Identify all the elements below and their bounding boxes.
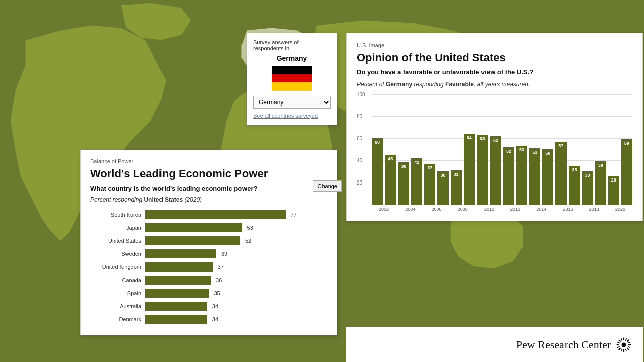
us-image-section-label: U.S. Image xyxy=(357,42,632,48)
chart-bar: 42 xyxy=(411,158,422,205)
change-button[interactable]: Change xyxy=(313,180,342,192)
table-row: Australia34 xyxy=(90,301,328,312)
bar-value: 53 xyxy=(247,225,253,231)
chart-bar: 60 xyxy=(372,138,383,205)
chart-bar: 35 xyxy=(569,166,580,205)
chart-bar: 50 xyxy=(542,149,553,205)
chart-bar: 52 xyxy=(503,147,514,205)
pew-footer: Pew Research Center xyxy=(346,327,643,362)
bar-value: 34 xyxy=(212,303,218,309)
svg-line-15 xyxy=(625,338,626,340)
balance-subtitle-country: United States xyxy=(144,196,183,203)
country-label: United States xyxy=(90,238,145,244)
subtitle-pre: Percent of xyxy=(357,81,386,88)
bar-track: 34 xyxy=(145,302,328,311)
chart-bar: 51 xyxy=(529,148,540,205)
table-row: Sweden39 xyxy=(90,248,328,259)
balance-section-label: Balance of Power xyxy=(90,158,328,164)
svg-line-11 xyxy=(621,338,622,340)
table-row: United States52 xyxy=(90,235,328,246)
subtitle-country: Germany xyxy=(386,81,412,88)
bar-fill: 52 xyxy=(145,236,240,245)
pew-logo-text: Pew Research Center xyxy=(516,338,611,351)
svg-point-19 xyxy=(622,342,626,347)
bar-fill: 36 xyxy=(145,276,211,285)
country-label: Japan xyxy=(90,225,145,231)
bar-fill: 37 xyxy=(145,262,213,272)
chart-bar: 30 xyxy=(582,171,593,205)
chart-bar: 62 xyxy=(490,136,501,205)
survey-label: Survey answers of respondents in xyxy=(253,39,331,51)
balance-question: What country is the world's leading econ… xyxy=(90,185,328,192)
svg-line-7 xyxy=(619,339,621,341)
bar-value: 39 xyxy=(221,251,227,257)
table-row: South Korea77 xyxy=(90,209,328,220)
x-axis: 2002200420062008201020122014201620182020 xyxy=(372,207,632,212)
bar-fill: 34 xyxy=(145,302,207,311)
chart-bar: 64 xyxy=(464,134,475,205)
x-axis-label: 2004 xyxy=(398,207,422,212)
svg-line-9 xyxy=(627,339,629,341)
balance-bar-chart: South Korea77Japan53United States52Swede… xyxy=(90,209,328,325)
country-select[interactable]: Germany France United Kingdom Japan Sout… xyxy=(253,96,331,109)
see-all-countries-link[interactable]: See all countries surveyed xyxy=(253,113,331,119)
bar-value: 37 xyxy=(218,264,224,270)
chart-bar: 45 xyxy=(385,155,396,205)
pew-sunburst-icon xyxy=(615,336,633,354)
table-row: Canada36 xyxy=(90,275,328,286)
bar-track: 34 xyxy=(145,315,328,324)
subtitle-mid: responding xyxy=(412,81,445,88)
x-axis-label: 2014 xyxy=(529,207,553,212)
x-axis-label: 2016 xyxy=(555,207,580,212)
bar-value: 52 xyxy=(245,238,251,244)
bar-track: 36 xyxy=(145,276,328,285)
chart-bar: 31 xyxy=(451,170,462,205)
bar-track: 77 xyxy=(145,210,328,219)
svg-rect-0 xyxy=(272,66,312,74)
subtitle-post: , all years measured. xyxy=(474,81,530,88)
us-opinion-chart: 1008060402060453842373031646362525351505… xyxy=(357,94,632,212)
bar-track: 53 xyxy=(145,223,328,232)
x-axis-label: 2012 xyxy=(503,207,527,212)
country-label: United Kingdom xyxy=(90,264,145,270)
bar-track: 37 xyxy=(145,262,328,272)
table-row: Japan53 xyxy=(90,222,328,233)
bar-track: 52 xyxy=(145,236,328,245)
svg-line-18 xyxy=(617,346,620,347)
us-image-title: Opinion of the United States xyxy=(357,51,632,64)
germany-flag xyxy=(272,66,312,90)
us-image-question: Do you have a favorable or unfavorable v… xyxy=(357,68,632,76)
chart-bar: 53 xyxy=(516,146,527,205)
bar-fill: 53 xyxy=(145,223,242,232)
svg-rect-2 xyxy=(272,82,312,90)
svg-line-10 xyxy=(619,348,621,350)
bar-value: 36 xyxy=(216,277,222,283)
bar-fill: 35 xyxy=(145,289,209,298)
us-image-panel: U.S. Image Opinion of the United States … xyxy=(346,33,643,221)
balance-subtitle-pre: Percent responding xyxy=(90,196,144,203)
svg-line-16 xyxy=(621,349,622,351)
chart-bar: 39 xyxy=(595,161,606,205)
svg-line-12 xyxy=(625,349,626,351)
x-axis-label: 2002 xyxy=(372,207,396,212)
svg-line-8 xyxy=(627,348,629,350)
us-image-subtitle: Percent of Germany responding Favorable,… xyxy=(357,81,632,88)
svg-line-13 xyxy=(617,342,620,343)
subtitle-response: Favorable xyxy=(445,81,474,88)
balance-main-title: World's Leading Economic Power xyxy=(90,167,328,180)
chart-grid: 1008060402060453842373031646362525351505… xyxy=(357,94,632,205)
country-label: South Korea xyxy=(90,212,145,218)
x-axis-label: 2010 xyxy=(477,207,501,212)
country-label: Canada xyxy=(90,277,145,283)
country-label: Spain xyxy=(90,290,145,296)
chart-bar: 30 xyxy=(437,171,448,205)
chart-bar: 63 xyxy=(477,135,488,205)
x-axis-label: 2008 xyxy=(451,207,475,212)
bar-value: 35 xyxy=(214,290,220,296)
svg-line-14 xyxy=(628,346,630,347)
country-label: Australia xyxy=(90,303,145,309)
bar-track: 35 xyxy=(145,289,328,298)
balance-subtitle: Percent responding United States (2020) xyxy=(90,196,328,203)
table-row: Denmark34 xyxy=(90,314,328,325)
bar-fill: 34 xyxy=(145,315,207,324)
